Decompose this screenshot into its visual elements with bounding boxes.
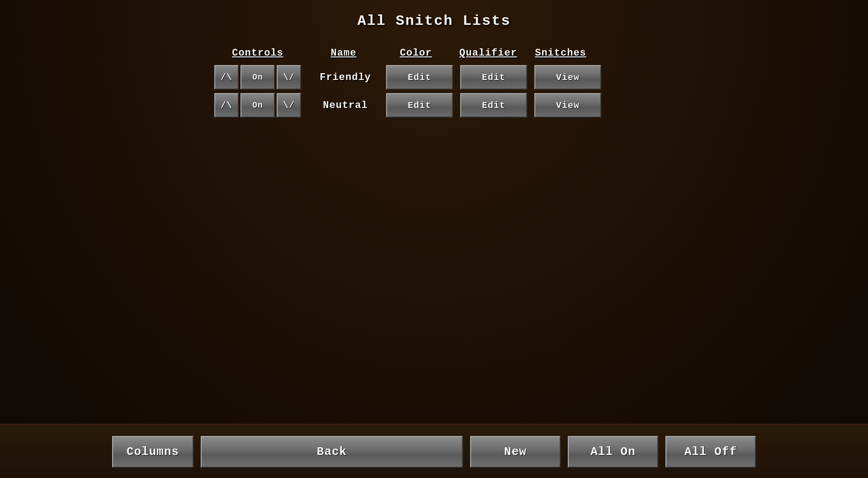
qualifier-cell-friendly: Edit <box>458 65 530 89</box>
qualifier-edit-button-friendly[interactable]: Edit <box>460 65 527 89</box>
col-header-controls: Controls <box>208 47 307 59</box>
name-label-friendly: Friendly <box>309 72 382 83</box>
back-button[interactable]: Back <box>201 436 463 468</box>
new-button[interactable]: New <box>470 436 561 468</box>
snitches-view-button-neutral[interactable]: View <box>534 93 601 117</box>
all-on-button[interactable]: All On <box>568 436 658 468</box>
col-header-qualifier: Qualifier <box>452 47 524 59</box>
color-edit-button-friendly[interactable]: Edit <box>386 65 453 89</box>
up-button-friendly[interactable]: /\ <box>214 65 239 89</box>
table-container: Controls Name Color Qualifier Snitches /… <box>208 47 660 121</box>
all-off-button[interactable]: All Off <box>665 436 756 468</box>
up-button-neutral[interactable]: /\ <box>214 93 239 117</box>
name-label-neutral: Neutral <box>309 100 382 111</box>
down-button-neutral[interactable]: \/ <box>277 93 301 117</box>
bottom-bar: Columns Back New All On All Off <box>0 424 868 478</box>
down-button-friendly[interactable]: \/ <box>277 65 301 89</box>
table-header: Controls Name Color Qualifier Snitches <box>208 47 660 62</box>
toggle-button-neutral[interactable]: On <box>241 93 275 117</box>
qualifier-edit-button-neutral[interactable]: Edit <box>460 93 527 117</box>
main-content: Controls Name Color Qualifier Snitches /… <box>0 38 868 121</box>
snitches-view-button-friendly[interactable]: View <box>534 65 601 89</box>
color-cell-friendly: Edit <box>383 65 456 89</box>
table-row: /\ On \/ Friendly Edit Edit View <box>208 65 660 89</box>
toggle-button-friendly[interactable]: On <box>241 65 275 89</box>
color-cell-neutral: Edit <box>383 93 456 117</box>
snitches-cell-friendly: View <box>532 65 604 89</box>
controls-cell-neutral: /\ On \/ <box>208 93 307 117</box>
snitches-cell-neutral: View <box>532 93 604 117</box>
col-header-color: Color <box>380 47 452 59</box>
color-edit-button-neutral[interactable]: Edit <box>386 93 453 117</box>
col-header-snitches: Snitches <box>524 47 597 59</box>
columns-button[interactable]: Columns <box>112 436 193 468</box>
qualifier-cell-neutral: Edit <box>458 93 530 117</box>
page-title: All Snitch Lists <box>0 0 868 38</box>
col-header-name: Name <box>307 47 380 59</box>
controls-cell-friendly: /\ On \/ <box>208 65 307 89</box>
table-row: /\ On \/ Neutral Edit Edit View <box>208 93 660 117</box>
